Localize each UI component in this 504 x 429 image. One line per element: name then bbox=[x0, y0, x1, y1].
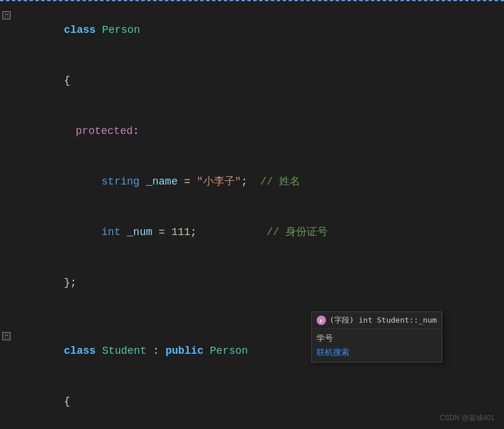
gutter-1: − bbox=[0, 11, 21, 19]
line-content-4: string _name = "小李子"; // 姓名 bbox=[21, 157, 504, 206]
code-line-10: public: bbox=[0, 427, 504, 429]
type-string: string bbox=[102, 176, 146, 187]
brace-open-2: { bbox=[64, 396, 70, 407]
line-content-2: { bbox=[21, 56, 504, 105]
line-content-3: protected: bbox=[21, 106, 504, 156]
close-brace-semi-1: }; bbox=[64, 277, 77, 289]
class-name-student: Student bbox=[102, 345, 147, 357]
watermark: CSDN @嘉城401 bbox=[439, 413, 495, 423]
line-content-9: { bbox=[21, 377, 504, 426]
class-name-person: Person bbox=[102, 24, 140, 36]
keyword-protected-1: protected bbox=[76, 125, 133, 137]
line-content-5: int _num = 111; // 身份证号 bbox=[21, 207, 504, 257]
assign-2: = bbox=[152, 226, 171, 238]
dotted-border-top bbox=[0, 0, 504, 2]
class-name-person-2: Person bbox=[210, 345, 248, 357]
semi-1: ; bbox=[241, 176, 260, 187]
code-line-6: }; bbox=[0, 257, 504, 308]
tooltip-row-2[interactable]: 联机搜索 bbox=[317, 346, 437, 360]
comment-2: // 身份证号 bbox=[267, 226, 328, 238]
field-icon-svg: F bbox=[317, 316, 325, 324]
num-111: 111 bbox=[172, 226, 190, 238]
code-line-5: int _num = 111; // 身份证号 bbox=[0, 207, 504, 257]
tooltip-link-search[interactable]: 联机搜索 bbox=[317, 348, 350, 357]
type-int-1: int bbox=[102, 226, 127, 238]
watermark-text: CSDN @嘉城401 bbox=[439, 414, 495, 422]
var-name: _name bbox=[146, 176, 177, 187]
keyword-class-2: class bbox=[64, 345, 102, 357]
tooltip-title: (字段) int Student::_num bbox=[330, 315, 437, 326]
line-content-6: }; bbox=[21, 258, 504, 307]
code-line-4: string _name = "小李子"; // 姓名 bbox=[0, 156, 504, 207]
var-num-1: _num bbox=[127, 226, 152, 238]
tooltip-icon: F bbox=[317, 316, 326, 325]
assign-1: = bbox=[177, 176, 196, 187]
tooltip-row-1: 学号 bbox=[317, 331, 437, 346]
tooltip-description: 学号 bbox=[317, 334, 333, 343]
code-line-3: protected: bbox=[0, 106, 504, 156]
tooltip-body: 学号 联机搜索 bbox=[312, 329, 442, 362]
collapse-icon-1[interactable]: − bbox=[2, 11, 11, 19]
code-line-2: { bbox=[0, 55, 504, 106]
colon-1: : bbox=[133, 125, 139, 137]
colon-inherit: : bbox=[146, 345, 165, 357]
code-editor: − class Person { protected: string _name… bbox=[0, 0, 504, 429]
string-literal-1: "小李子" bbox=[197, 176, 241, 187]
code-line-1: − class Person bbox=[0, 5, 504, 55]
tooltip-header: F (字段) int Student::_num bbox=[312, 312, 442, 329]
keyword-class: class bbox=[64, 24, 102, 36]
line-content-1: class Person bbox=[21, 5, 504, 55]
brace-open-1: { bbox=[64, 75, 70, 86]
tooltip-popup: F (字段) int Student::_num 学号 联机搜索 bbox=[311, 311, 442, 363]
keyword-public-inherit: public bbox=[166, 345, 210, 357]
comment-1: // 姓名 bbox=[260, 176, 300, 187]
svg-text:F: F bbox=[320, 319, 323, 324]
semi-2: ; bbox=[190, 226, 267, 238]
gutter-8: − bbox=[0, 332, 21, 340]
collapse-icon-8[interactable]: − bbox=[2, 332, 11, 340]
code-line-9: { bbox=[0, 376, 504, 427]
